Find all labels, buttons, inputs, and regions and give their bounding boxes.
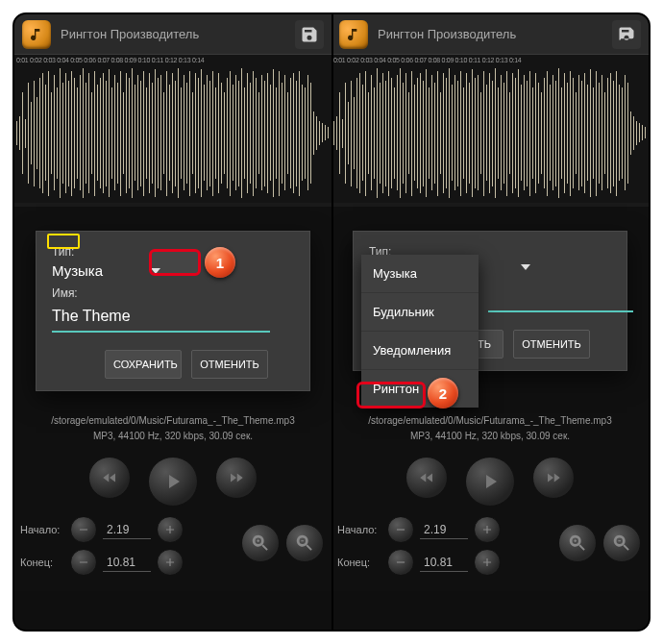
waveform[interactable] xyxy=(332,63,649,203)
svg-rect-60 xyxy=(189,71,190,196)
waveform[interactable] xyxy=(14,63,332,203)
svg-rect-104 xyxy=(316,116,317,150)
svg-rect-159 xyxy=(478,75,479,190)
svg-rect-131 xyxy=(397,75,398,190)
file-meta: MP3, 44100 Hz, 320 kbps, 30.09 сек. xyxy=(14,429,332,444)
svg-rect-49 xyxy=(158,78,159,188)
svg-rect-11 xyxy=(48,71,49,196)
trim-start-value[interactable]: 2.19 xyxy=(420,521,468,539)
svg-rect-186 xyxy=(555,81,556,186)
trim-end-value[interactable]: 10.81 xyxy=(103,554,151,572)
save-dialog-save[interactable]: СОХРАНИТЬ xyxy=(105,350,182,379)
play-button[interactable] xyxy=(148,457,198,507)
dropdown-opt-alarm[interactable]: Будильник xyxy=(361,293,479,332)
svg-rect-175 xyxy=(524,75,525,190)
trim-start-label: Начало: xyxy=(337,524,381,535)
svg-rect-155 xyxy=(466,73,467,193)
note-icon xyxy=(29,27,44,42)
svg-rect-96 xyxy=(293,73,294,193)
rewind-button[interactable] xyxy=(88,457,131,499)
name-input[interactable]: The Theme xyxy=(52,304,270,333)
svg-rect-115 xyxy=(351,81,352,186)
svg-rect-6 xyxy=(34,81,35,186)
svg-rect-79 xyxy=(244,87,245,179)
app-icon xyxy=(339,20,368,49)
trim-end-plus[interactable] xyxy=(474,549,501,576)
trim-start-plus[interactable] xyxy=(474,516,501,543)
svg-rect-197 xyxy=(587,85,588,181)
plus-icon xyxy=(163,556,177,569)
zoom-in-button[interactable] xyxy=(241,524,280,562)
save-button[interactable] xyxy=(612,20,641,49)
svg-rect-189 xyxy=(564,73,565,193)
trim-start-minus[interactable] xyxy=(70,516,97,543)
svg-rect-110 xyxy=(336,116,337,150)
svg-rect-26 xyxy=(91,92,92,174)
trim-start-plus[interactable] xyxy=(157,516,184,543)
svg-rect-138 xyxy=(417,78,418,188)
svg-rect-150 xyxy=(452,85,453,181)
dropdown-opt-notification[interactable]: Уведомления xyxy=(361,332,479,370)
svg-rect-111 xyxy=(339,92,340,174)
svg-rect-202 xyxy=(602,75,602,190)
chevron-down-icon xyxy=(151,268,160,274)
svg-rect-143 xyxy=(431,75,432,190)
svg-rect-7 xyxy=(37,97,37,169)
dropdown-opt-music[interactable]: Музыка xyxy=(361,255,479,293)
dropdown-opt-ringtone[interactable]: Рингтон xyxy=(361,370,479,408)
screenshot-left: Рингтон Производитель 0:01 0:02 0:03 0:0… xyxy=(14,14,332,630)
forward-button[interactable] xyxy=(532,457,575,499)
svg-rect-170 xyxy=(509,92,510,174)
svg-rect-69 xyxy=(215,87,216,179)
trim-end-minus[interactable] xyxy=(387,549,414,576)
svg-rect-78 xyxy=(241,68,242,198)
trim-end-plus[interactable] xyxy=(157,549,184,576)
svg-rect-94 xyxy=(287,92,288,174)
name-input-underline xyxy=(488,310,633,312)
forward-button[interactable] xyxy=(215,457,258,499)
svg-rect-129 xyxy=(391,78,392,188)
save-dialog-cancel[interactable]: ОТМЕНИТЬ xyxy=(191,350,268,379)
save-dialog-cancel[interactable]: ОТМЕНИТЬ xyxy=(513,330,590,359)
type-dropdown[interactable] xyxy=(141,268,170,274)
svg-rect-163 xyxy=(489,73,490,193)
svg-rect-36 xyxy=(120,71,121,196)
minus-icon xyxy=(77,556,90,569)
svg-rect-46 xyxy=(149,73,150,193)
tutorial-frame: Рингтон Производитель 0:01 0:02 0:03 0:0… xyxy=(12,12,651,632)
svg-rect-147 xyxy=(443,73,444,193)
play-button[interactable] xyxy=(465,457,515,507)
svg-rect-172 xyxy=(515,78,516,188)
svg-rect-141 xyxy=(426,69,427,197)
svg-rect-18 xyxy=(68,81,69,186)
trim-end-row: Конец: 10.81 xyxy=(20,549,184,576)
svg-rect-180 xyxy=(538,83,539,184)
svg-rect-192 xyxy=(573,78,574,188)
svg-rect-120 xyxy=(365,71,366,196)
zoom-out-button[interactable] xyxy=(285,524,324,562)
svg-rect-108 xyxy=(328,127,329,138)
waveform-graphic xyxy=(332,63,649,203)
svg-rect-206 xyxy=(613,81,614,186)
svg-rect-97 xyxy=(296,81,297,186)
app-title: Рингтон Производитель xyxy=(378,27,612,41)
save-button[interactable] xyxy=(295,20,324,49)
note-icon xyxy=(346,27,361,42)
timeline: 0:01 0:02 0:03 0:04 0:05 0:06 0:07 0:08 … xyxy=(332,55,649,63)
trim-start-value[interactable]: 2.19 xyxy=(103,521,151,539)
chevron-down-icon xyxy=(521,264,530,270)
svg-rect-117 xyxy=(356,78,357,188)
zoom-in-button[interactable] xyxy=(558,524,597,562)
trim-end-value[interactable]: 10.81 xyxy=(420,554,468,572)
svg-rect-210 xyxy=(625,75,626,190)
svg-rect-185 xyxy=(552,75,553,190)
app-title: Рингтон Производитель xyxy=(61,27,295,41)
rewind-button[interactable] xyxy=(405,457,448,499)
trim-end-minus[interactable] xyxy=(70,549,97,576)
trim-start-minus[interactable] xyxy=(387,516,414,543)
svg-rect-173 xyxy=(518,69,519,197)
app-topbar: Рингтон Производитель xyxy=(14,14,332,55)
zoom-out-button[interactable] xyxy=(602,524,641,562)
svg-rect-136 xyxy=(411,71,412,196)
type-dropdown[interactable] xyxy=(511,264,540,270)
